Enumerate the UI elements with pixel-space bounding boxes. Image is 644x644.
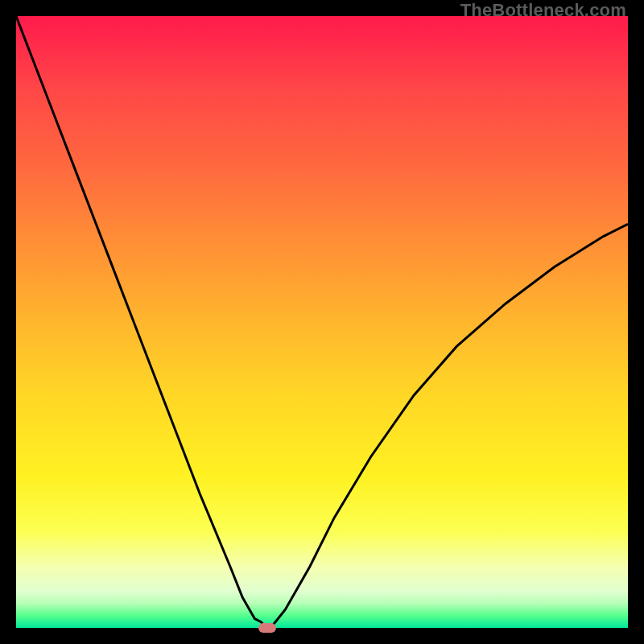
optimal-marker [258, 623, 276, 633]
curve-path [16, 16, 628, 628]
chart-container: TheBottleneck.com [0, 0, 644, 644]
bottleneck-curve [16, 16, 628, 628]
watermark-text: TheBottleneck.com [460, 0, 626, 21]
plot-area [16, 16, 628, 628]
